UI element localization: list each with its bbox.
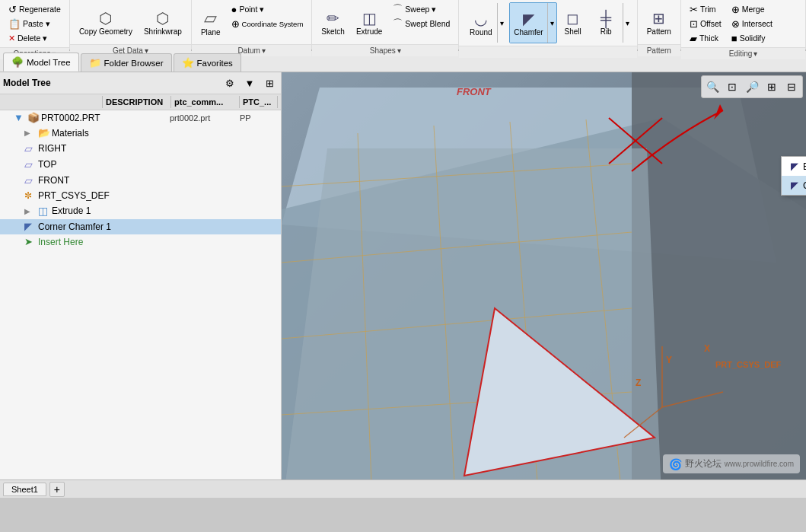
offset-button[interactable]: ⊡ Offset <box>686 17 725 30</box>
viewport[interactable]: FRONT Y X Z PRT_CSYS_DEF 🔍 ⊡ 🔎 ⊞ ⊟ ◤ Edg… <box>282 72 806 479</box>
extrude1-icon: ◫ <box>38 205 50 217</box>
top-label: TOP <box>38 159 168 170</box>
point-button[interactable]: ● Point ▾ <box>228 2 307 16</box>
tab-folder-browser[interactable]: 📁 Folder Browser <box>81 53 172 72</box>
coordinate-button[interactable]: ⊕ Coordinate System <box>228 17 307 30</box>
pattern-button[interactable]: ⊞ Pattern <box>642 2 676 42</box>
chamfer-dropdown-menu: ◤ Edge Chamfer ◤ Corner Chamfer <box>781 156 806 196</box>
shapes-footer[interactable]: Shapes ▾ <box>312 44 458 56</box>
corner-chamfer-item-icon: ◤ <box>791 180 798 191</box>
sheet1-tab[interactable]: Sheet1 <box>3 483 46 496</box>
intersect-icon: ⊗ <box>731 18 740 30</box>
ribbon-operations-section: ↺ Regenerate 📋 Paste ▾ ✕ Delete ▾ Operat… <box>0 0 70 49</box>
pattern-footer: Pattern <box>638 44 680 56</box>
chamfer1-icon: ◤ <box>24 221 37 232</box>
tree-item-front[interactable]: ▱ FRONT <box>0 173 281 189</box>
sketch-button[interactable]: ✏ Sketch <box>317 2 349 42</box>
round-split-button[interactable]: ◡ Round ▾ <box>464 2 507 43</box>
intersect-button[interactable]: ⊗ Intersect <box>728 17 776 30</box>
extrude-button[interactable]: ◫ Extrude <box>352 2 387 42</box>
col-ptc: PTC_... <box>240 96 278 108</box>
round-button[interactable]: ◡ Round <box>464 3 498 43</box>
zoom-out-button[interactable]: 🔎 <box>743 78 761 96</box>
rib-icon: ╪ <box>601 10 611 27</box>
sketch-icon: ✏ <box>327 9 339 27</box>
shrinkwrap-button[interactable]: ⬡ Shrinkwrap <box>139 2 186 42</box>
swept-blend-icon: ⌒ <box>393 17 403 30</box>
engineering-footer <box>459 46 636 58</box>
tree-item-corner-chamfer1[interactable]: ◤ Corner Chamfer 1 <box>0 219 281 234</box>
sweep-button[interactable]: ⌒ Sweep ▾ <box>389 2 454 16</box>
prt0002-col3: PP <box>240 113 278 123</box>
tree-expand-button[interactable]: ⊞ <box>261 75 278 91</box>
ribbon-pattern-section: ⊞ Pattern Pattern <box>638 0 681 49</box>
csys-label: PRT_CSYS_DEF <box>715 360 781 369</box>
shell-button[interactable]: ◻ Shell <box>559 2 587 42</box>
tree-content: ▼ 📦 PRT0002.PRT prt0002.prt PP ▶ 📂 Mater… <box>0 110 281 479</box>
add-sheet-button[interactable]: + <box>49 482 65 497</box>
sidebar-toolbar: Model Tree ⚙ ▼ ⊞ <box>0 72 281 94</box>
edge-chamfer-item[interactable]: ◤ Edge Chamfer <box>782 157 806 176</box>
shell-icon: ◻ <box>566 9 579 27</box>
ribbon-editing-section: ✂ Trim ⊡ Offset ▰ Thick ⊕ Merge <box>681 0 806 49</box>
rib-split-button[interactable]: ╪ Rib ▾ <box>589 2 632 43</box>
regenerate-button[interactable]: ↺ Regenerate <box>5 2 65 16</box>
tree-item-insert-here[interactable]: ➤ Insert Here <box>0 234 281 250</box>
z-axis-label: Z <box>636 377 641 388</box>
coordinate-icon: ⊕ <box>231 18 240 30</box>
extrude1-expand-icon: ▶ <box>24 207 37 215</box>
materials-label: Materials <box>52 128 168 139</box>
tree-filter-button[interactable]: ▼ <box>241 75 258 91</box>
tree-item-materials[interactable]: ▶ 📂 Materials <box>0 126 281 141</box>
paste-button[interactable]: 📋 Paste ▾ <box>5 17 65 30</box>
rib-dropdown-arrow[interactable]: ▾ <box>623 3 632 43</box>
view-options-button[interactable]: ⊟ <box>782 78 801 96</box>
copy-geometry-button[interactable]: ⬡ Copy Geometry <box>75 2 137 42</box>
chamfer-button[interactable]: ◤ Chamfer <box>510 3 547 43</box>
prt0002-desc: prt0002.prt <box>170 113 238 123</box>
swept-blend-button[interactable]: ⌒ Swept Blend <box>389 17 454 30</box>
rib-button[interactable]: ╪ Rib <box>590 3 623 43</box>
plane-icon: ▱ <box>204 8 217 28</box>
chamfer-dropdown-arrow[interactable]: ▾ <box>548 3 556 43</box>
solidify-button[interactable]: ■ Solidify <box>728 31 776 45</box>
col-name <box>3 96 103 108</box>
view-normal-button[interactable]: ⊞ <box>763 78 781 96</box>
right-datum-icon: ▱ <box>24 142 37 155</box>
merge-button[interactable]: ⊕ Merge <box>728 2 776 16</box>
tree-item-top[interactable]: ▱ TOP <box>0 157 281 173</box>
zoom-fit-button[interactable]: ⊡ <box>723 78 741 96</box>
insert-here-icon: ➤ <box>24 236 37 247</box>
paste-icon: 📋 <box>8 18 21 30</box>
y-axis-label: Y <box>666 355 672 365</box>
tree-settings-button[interactable]: ⚙ <box>221 75 238 91</box>
tab-favorites[interactable]: ⭐ Favorites <box>174 53 241 72</box>
round-dropdown-arrow[interactable]: ▾ <box>498 3 506 43</box>
csys-icon: ✼ <box>24 190 37 201</box>
extrude1-label: Extrude 1 <box>52 205 168 216</box>
insert-here-label: Insert Here <box>38 237 168 247</box>
thick-button[interactable]: ▰ Thick <box>686 31 725 45</box>
delete-button[interactable]: ✕ Delete ▾ <box>5 31 65 45</box>
plane-button[interactable]: ▱ Plane <box>196 2 225 42</box>
front-label: FRONT <box>457 86 491 97</box>
x-axis-label: X <box>704 343 710 354</box>
zoom-in-button[interactable]: 🔍 <box>703 78 722 96</box>
tree-item-extrude1[interactable]: ▶ ◫ Extrude 1 <box>0 203 281 219</box>
tab-model-tree[interactable]: 🌳 Model Tree <box>3 53 79 72</box>
ribbon-getdata-section: ⬡ Copy Geometry ⬡ Shrinkwrap Get Data ▾ <box>70 0 192 49</box>
tree-item-right[interactable]: ▱ RIGHT <box>0 141 281 157</box>
tree-item-prt0002[interactable]: ▼ 📦 PRT0002.PRT prt0002.prt PP <box>0 110 281 126</box>
trim-icon: ✂ <box>690 4 698 15</box>
solidify-icon: ■ <box>731 33 738 44</box>
sidebar: Model Tree ⚙ ▼ ⊞ DESCRIPTION ptc_comm...… <box>0 72 282 479</box>
tree-item-csys[interactable]: ✼ PRT_CSYS_DEF <box>0 189 281 203</box>
corner-chamfer1-label: Corner Chamfer 1 <box>38 221 168 232</box>
trim-button[interactable]: ✂ Trim <box>686 2 725 16</box>
pattern-icon: ⊞ <box>652 9 665 27</box>
chamfer-split-button[interactable]: ◤ Chamfer ▾ <box>509 2 556 43</box>
viewport-scene <box>282 72 806 479</box>
editing-footer[interactable]: Editing ▾ <box>681 47 805 59</box>
prt0002-icon: ▼ <box>14 112 26 123</box>
corner-chamfer-item[interactable]: ◤ Corner Chamfer <box>782 176 806 195</box>
